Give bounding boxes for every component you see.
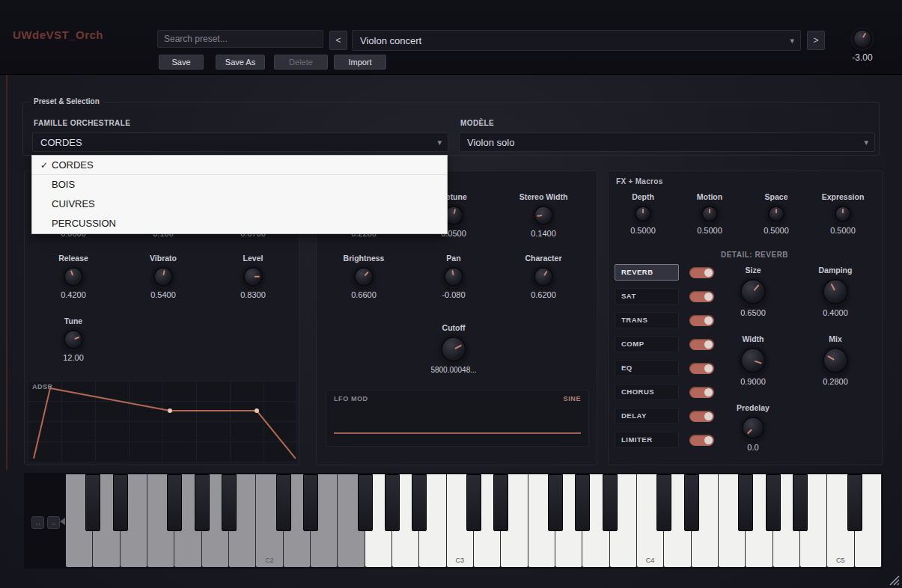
sat-fx-button[interactable]: SAT — [615, 288, 679, 304]
space-label: Space — [765, 192, 788, 202]
black-key[interactable] — [684, 474, 699, 531]
black-key[interactable] — [575, 474, 590, 531]
black-key[interactable] — [195, 474, 210, 531]
import-button[interactable]: Import — [334, 55, 386, 70]
keyboard-option-button-2[interactable]: ... — [47, 516, 60, 529]
black-key[interactable] — [466, 474, 481, 531]
preset-select[interactable]: Violon concert ▾ — [352, 30, 801, 51]
family-select[interactable]: CORDES ▾ — [32, 132, 448, 152]
lfo-mod-label: LFO MOD — [334, 395, 368, 402]
option-label: CUIVRES — [52, 198, 95, 209]
eq-fx-button[interactable]: EQ — [615, 360, 679, 376]
size-knob[interactable] — [740, 279, 766, 304]
preset-selection-section: Preset & Selection FAMILLE ORCHESTRALE C… — [22, 102, 880, 156]
release-label: Release — [58, 254, 88, 263]
black-key[interactable] — [738, 474, 753, 531]
tune-knob[interactable] — [64, 330, 83, 349]
black-key[interactable] — [85, 474, 100, 531]
stereo-width-knob[interactable] — [534, 206, 553, 225]
expression-value: 0.5000 — [830, 226, 856, 235]
reverb-toggle[interactable] — [689, 267, 714, 278]
eq-toggle[interactable] — [689, 363, 714, 374]
option-bois[interactable]: BOIS — [32, 175, 447, 195]
vibrato-knob[interactable] — [153, 267, 173, 287]
next-preset-button[interactable]: > — [807, 31, 825, 50]
save-button[interactable]: Save — [159, 55, 204, 70]
chorus-toggle[interactable] — [689, 387, 714, 398]
trans-toggle[interactable] — [689, 315, 714, 326]
cutoff-knob[interactable] — [441, 337, 466, 362]
fx-row-chorus: CHORUS — [615, 384, 714, 400]
sat-toggle[interactable] — [689, 291, 714, 302]
chevron-down-icon: ▾ — [437, 138, 442, 147]
black-key[interactable] — [276, 474, 291, 531]
black-key[interactable] — [303, 474, 318, 531]
header-bar: UWdeVST_Orch Save Save As Delete Import … — [0, 0, 902, 75]
black-key[interactable] — [412, 474, 427, 531]
black-key[interactable] — [493, 474, 508, 531]
knob-indicator — [831, 284, 835, 290]
pan-knob[interactable] — [444, 267, 463, 287]
black-key[interactable] — [847, 474, 862, 531]
save-as-button[interactable]: Save As — [216, 55, 265, 70]
pan-label: Pan — [446, 254, 460, 263]
vibrato-label: Vibrato — [150, 254, 177, 263]
comp-toggle[interactable] — [689, 339, 714, 350]
black-key[interactable] — [548, 474, 563, 531]
brightness-knob[interactable] — [354, 267, 374, 287]
option-percussion[interactable]: PERCUSSION — [32, 214, 447, 233]
limiter-fx-button[interactable]: LIMITER — [615, 432, 679, 448]
brightness-label: Brightness — [344, 254, 385, 263]
chorus-fx-button[interactable]: CHORUS — [615, 384, 679, 400]
black-key[interactable] — [793, 474, 808, 531]
accent-line — [6, 75, 7, 470]
motion-label: Motion — [697, 192, 722, 202]
black-key[interactable] — [358, 474, 373, 531]
option-cordes[interactable]: ✓ CORDES — [32, 156, 447, 175]
reverb-fx-button[interactable]: REVERB — [615, 264, 679, 281]
black-key[interactable] — [656, 474, 671, 531]
search-input[interactable] — [157, 30, 323, 48]
option-cuivres[interactable]: CUIVRES — [32, 195, 447, 214]
trans-fx-button[interactable]: TRANS — [615, 312, 679, 328]
keyboard-option-button-1[interactable]: ... — [31, 516, 44, 529]
width-knob[interactable] — [740, 348, 766, 373]
black-key[interactable] — [385, 474, 400, 531]
black-key[interactable] — [603, 474, 618, 531]
expression-macro-knob[interactable] — [835, 206, 851, 222]
delay-fx-button[interactable]: DELAY — [615, 408, 679, 424]
octave-label: C3 — [447, 557, 473, 564]
motion-macro-knob[interactable] — [701, 206, 718, 222]
limiter-toggle[interactable] — [689, 435, 714, 446]
prev-preset-button[interactable]: < — [329, 31, 347, 50]
resize-handle[interactable] — [887, 573, 901, 587]
black-key[interactable] — [113, 474, 128, 531]
master-volume-knob[interactable] — [853, 29, 872, 49]
delete-button[interactable]: Delete — [274, 55, 328, 70]
expression-label: Expression — [822, 192, 865, 202]
black-key[interactable] — [167, 474, 182, 531]
space-macro-knob[interactable] — [768, 206, 784, 222]
knob-indicator — [364, 272, 368, 277]
delay-toggle[interactable] — [689, 411, 714, 422]
damping-knob[interactable] — [823, 279, 848, 304]
stereo-width-label: Stereo Width — [519, 192, 568, 202]
tune-label: Tune — [64, 316, 82, 326]
fx-row-limiter: LIMITER — [615, 432, 714, 448]
character-knob[interactable] — [534, 267, 553, 287]
predelay-knob[interactable] — [742, 417, 764, 439]
size-label: Size — [745, 266, 761, 275]
black-key[interactable] — [222, 474, 237, 531]
knob-indicator — [543, 271, 547, 276]
black-key[interactable] — [766, 474, 781, 531]
mix-knob[interactable] — [823, 348, 848, 373]
level-knob[interactable] — [243, 267, 263, 287]
model-select[interactable]: Violon solo ▾ — [459, 132, 875, 152]
release-knob[interactable] — [64, 267, 83, 287]
triangle-left-icon — [60, 518, 65, 525]
adsr-envelope-display[interactable]: ADSR — [28, 381, 296, 462]
octave-label: C5 — [827, 557, 853, 564]
depth-macro-knob[interactable] — [635, 206, 651, 222]
tune-value: 12.00 — [63, 353, 84, 362]
comp-fx-button[interactable]: COMP — [615, 336, 679, 352]
